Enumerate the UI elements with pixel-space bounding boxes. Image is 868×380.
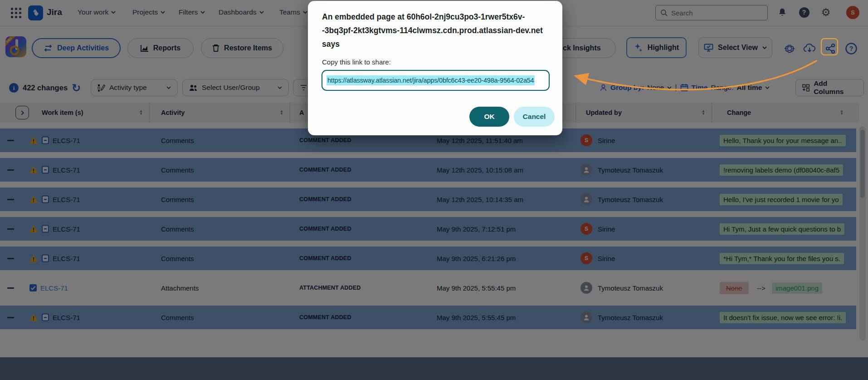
jira-app-window: Jira Your work Projects Filters Dashboar… <box>0 0 868 380</box>
share-button-highlight-ring <box>821 38 838 55</box>
browser-alert-dialog: An embedded page at 60h6ol-2nj9cu3po3-1r… <box>308 1 562 135</box>
dialog-title: An embedded page at 60h6ol-2nj9cu3po3-1r… <box>322 10 549 51</box>
share-link-input[interactable]: https://atlassway.atlassian.net/jira/app… <box>322 70 550 91</box>
share-link-url: https://atlassway.atlassian.net/jira/app… <box>327 75 535 85</box>
ok-button[interactable]: OK <box>469 107 509 127</box>
cancel-button[interactable]: Cancel <box>514 107 555 127</box>
dialog-copy-label: Copy this link to share: <box>322 58 391 66</box>
